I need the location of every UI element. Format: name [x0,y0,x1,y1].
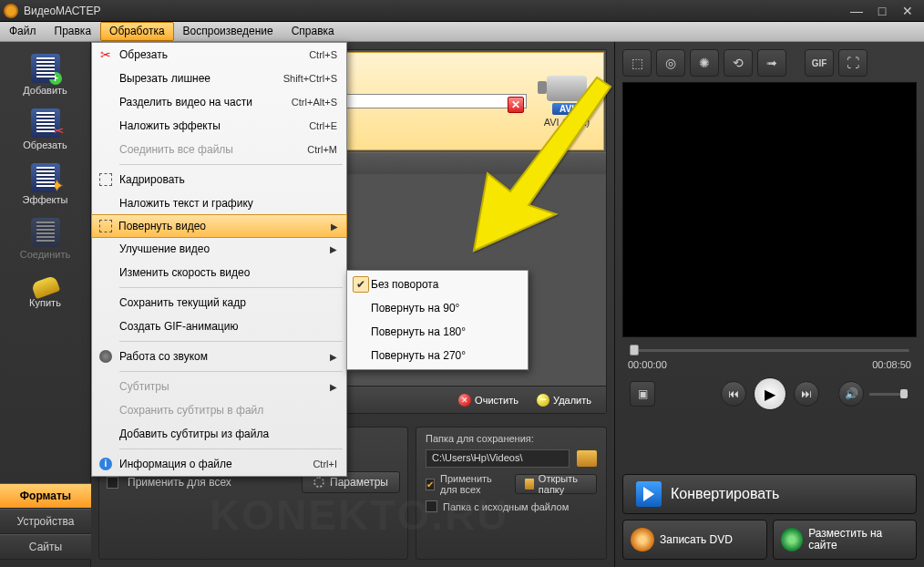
chevron-right-icon: ▶ [330,352,337,362]
upload-button[interactable]: Разместить на сайте [773,520,918,560]
app-title: ВидеоМАСТЕР [24,5,844,17]
add-icon: + [31,54,60,83]
menu-rotate[interactable]: Повернуть видео ▶ [91,214,347,238]
rotate-none[interactable]: ✔ Без поворота [347,273,528,296]
sidebar-buy-label: Купить [29,297,61,308]
close-button[interactable]: ✕ [895,3,920,19]
menu-effects[interactable]: Наложить эффекты Ctrl+E [92,114,346,138]
info-icon: i [99,458,112,470]
fullscreen-tool-icon[interactable]: ⛶ [838,49,868,77]
apply-all-label: Применить для всех [128,476,231,489]
tab-devices[interactable]: Устройства [0,509,91,534]
menubar: Файл Правка Обработка Воспроизведение Сп… [0,22,924,42]
sidebar: + Добавить ✂ Обрезать ✦ Эффекты Соединит… [0,42,91,567]
menu-split[interactable]: Разделить видео на части Ctrl+Alt+S [92,90,346,114]
rotate-270[interactable]: Повернуть на 270° [347,344,528,367]
menu-audio[interactable]: Работа со звуком ▶ [92,345,346,368]
menu-crop[interactable]: Кадрировать [92,168,346,191]
convert-button[interactable]: Конвертировать [622,474,917,514]
contrast-tool-icon[interactable]: ✺ [690,49,719,77]
sidebar-add-label: Добавить [23,85,67,96]
rotate-icon [99,220,112,232]
volume-button[interactable]: 🔊 [838,381,864,407]
crop-tool-icon[interactable]: ⬚ [622,49,652,77]
format-badge: AVI [552,103,581,115]
output-path[interactable]: C:\Users\Hp\Videos\ [426,449,570,468]
time-current: 00:00:00 [628,359,667,370]
rotate-submenu: ✔ Без поворота Повернуть на 90° Повернут… [346,270,529,370]
volume-slider[interactable] [869,393,906,396]
menu-help[interactable]: Справка [282,22,344,41]
format-thumb[interactable]: AVI AVI (DivX) [534,76,600,128]
menu-process[interactable]: Обработка [100,22,174,41]
dvd-icon [631,528,654,552]
convert-label: Конвертировать [671,486,779,502]
video-preview[interactable] [622,82,917,337]
check-icon: ✔ [353,276,369,293]
sidebar-buy[interactable]: Купить [9,270,82,317]
snapshot-button[interactable]: ▣ [630,381,655,407]
folder-icon [525,479,534,490]
apply-all-label-2: Применить для всех [440,473,509,495]
rotate-90[interactable]: Повернуть на 90° [347,296,528,320]
apply-all-checkbox[interactable] [107,477,118,489]
speed-tool-icon[interactable]: ➟ [757,49,786,77]
menu-gif[interactable]: Создать GIF-анимацию [92,314,346,338]
prev-button[interactable]: ⏮ [721,381,746,407]
menu-text[interactable]: Наложить текст и графику [92,191,346,215]
rotate-tool-icon[interactable]: ⟲ [724,49,753,77]
delete-icon [537,394,549,407]
minimize-button[interactable]: — [844,3,869,19]
browse-folder-button[interactable] [577,450,597,467]
apply-all-checkbox-2[interactable]: ✔ [426,479,435,490]
chevron-right-icon: ▶ [330,382,337,392]
titlebar: ВидеоМАСТЕР — □ ✕ [0,0,924,22]
menu-speed[interactable]: Изменить скорость видео [92,261,346,284]
delete-button[interactable]: Удалить [529,392,599,408]
process-menu-dropdown: ✂ Обрезать Ctrl+S Вырезать лишнее Shift+… [91,42,347,477]
open-folder-button[interactable]: Открыть папку [515,474,597,494]
app-icon [4,4,18,18]
source-folder-label: Папка с исходным файлом [443,501,569,512]
menu-snapshot[interactable]: Сохранить текущий кадр [92,291,346,314]
menu-add-subs[interactable]: Добавить субтитры из файла [92,422,346,446]
menu-playback[interactable]: Воспроизведение [174,22,282,41]
brightness-tool-icon[interactable]: ◎ [656,49,685,77]
menu-file[interactable]: Файл [0,22,46,41]
preview-column: ⬚ ◎ ✺ ⟲ ➟ GIF ⛶ 00:00:00 00:08:50 ▣ ⏮ ▶ … [614,42,924,567]
next-button[interactable]: ⏭ [794,381,819,407]
remove-file-button[interactable]: ✕ [508,97,524,113]
menu-edit[interactable]: Правка [46,22,101,41]
menu-enhance[interactable]: Улучшение видео ▶ [92,237,346,261]
menu-info[interactable]: i Информация о файле Ctrl+I [92,452,346,476]
side-tabs: Форматы Устройства Сайты [0,483,91,560]
time-total: 00:08:50 [872,359,911,370]
delete-label: Удалить [553,395,591,406]
menu-cut[interactable]: ✂ Обрезать Ctrl+S [92,43,346,67]
maximize-button[interactable]: □ [869,3,895,19]
crop-icon [99,173,112,186]
gif-tool-button[interactable]: GIF [805,49,834,77]
seek-slider[interactable] [622,341,917,359]
preview-toolbar: ⬚ ◎ ✺ ⟲ ➟ GIF ⛶ [622,49,917,77]
clear-button[interactable]: Очистить [451,392,526,408]
menu-save-subs: Сохранить субтитры в файл [92,398,346,422]
params-label: Параметры [330,476,388,489]
chevron-right-icon: ▶ [330,244,337,254]
gear-icon [313,477,324,488]
rotate-180[interactable]: Повернуть на 180° [347,320,528,344]
tab-sites[interactable]: Сайты [0,534,91,560]
play-button[interactable]: ▶ [754,377,786,410]
menu-trim[interactable]: Вырезать лишнее Shift+Ctrl+S [92,67,346,90]
upload-icon [781,528,804,552]
speaker-icon [99,350,112,363]
open-folder-label: Открыть папку [539,473,587,495]
upload-label: Разместить на сайте [808,528,909,552]
sidebar-effects[interactable]: ✦ Эффекты [9,160,82,208]
source-folder-checkbox[interactable] [426,500,437,512]
tab-formats[interactable]: Форматы [0,483,91,509]
menu-subtitles: Субтитры ▶ [92,375,346,398]
sidebar-add[interactable]: + Добавить [9,51,82,98]
sidebar-cut[interactable]: ✂ Обрезать [9,106,82,153]
dvd-button[interactable]: Записать DVD [622,520,767,560]
